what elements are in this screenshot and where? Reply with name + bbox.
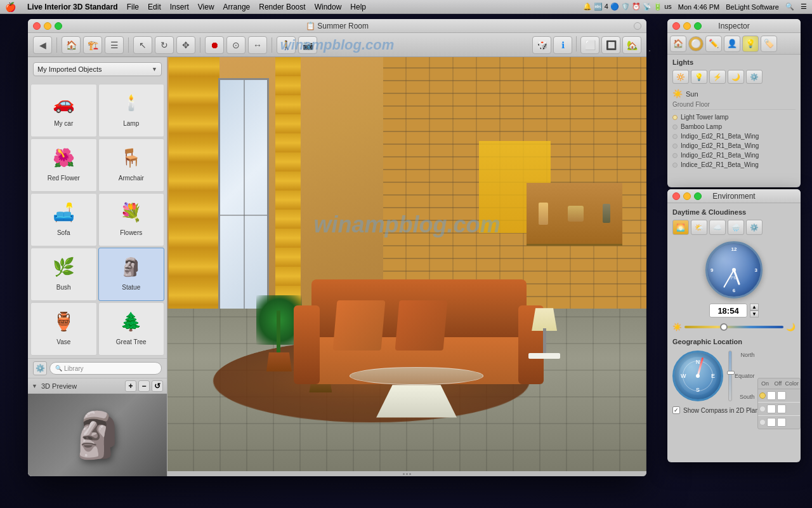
render-3d-btn[interactable]: 🎲	[532, 36, 551, 54]
menu-view[interactable]: View	[198, 3, 214, 11]
object-item-great-tree[interactable]: 🌲 Great Tree	[98, 302, 165, 356]
object-item-red-flower[interactable]: 🌺 Red Flower	[30, 138, 97, 192]
search-icon[interactable]: 🔍	[785, 3, 794, 11]
time-up-btn[interactable]: ▲	[750, 304, 759, 311]
sofa-arm-left	[294, 305, 320, 384]
light-item-5[interactable]: Indice_Ed2_R1_Beta_Wing	[672, 160, 796, 170]
gear-button[interactable]: ⚙️	[33, 361, 47, 375]
menu-window[interactable]: Window	[315, 3, 342, 11]
3d-view-btn[interactable]: 🏗️	[83, 36, 102, 54]
rotate-btn[interactable]: ↻	[155, 36, 174, 54]
apple-menu[interactable]: 🍎	[5, 2, 16, 12]
daytime-btn-sunrise[interactable]: 🌅	[672, 220, 689, 235]
app-name[interactable]: Live Interior 3D Standard	[27, 3, 118, 11]
inspector-close[interactable]	[672, 22, 680, 30]
latitude-slider[interactable]	[728, 351, 732, 401]
library-search[interactable]: 🔍 Library	[49, 362, 162, 375]
close-button[interactable]	[33, 22, 41, 30]
inspector-light-btn[interactable]: 💡	[742, 36, 759, 52]
object-item-vase[interactable]: 🏺 Vase	[30, 302, 97, 356]
inspector-minimize[interactable]	[683, 22, 691, 30]
color-swatch-2[interactable]	[777, 418, 786, 427]
menu-insert[interactable]: Insert	[170, 3, 189, 11]
inspector-edit-btn[interactable]: ✏️	[705, 36, 722, 52]
light-btn-4[interactable]: 🌙	[728, 70, 744, 84]
objects-dropdown[interactable]: My Imported Objects ▼	[33, 62, 162, 76]
daytime-btn-cloudy[interactable]: ☁️	[709, 220, 726, 235]
window-titlebar: 📋 Summer Room	[28, 19, 646, 33]
record-btn[interactable]: ⏺	[205, 36, 224, 54]
object-item-statue[interactable]: 🗿 Statue	[98, 248, 165, 301]
object-item-sofa[interactable]: 🛋️ Sofa	[30, 193, 97, 246]
scene-container: winampblog.com	[167, 57, 646, 476]
light-item-1[interactable]: Bamboo Lamp	[672, 122, 796, 131]
object-item-lamp[interactable]: 🕯️ Lamp	[98, 84, 165, 137]
env-minimize[interactable]	[683, 192, 691, 200]
color-swatch-0[interactable]	[777, 391, 786, 400]
light-item-2[interactable]: Indigo_Ed2_R1_Beta_Wing	[672, 131, 796, 141]
light-btn-2[interactable]: 💡	[691, 70, 707, 84]
menu-bar-right: 🔔 🔤 4 🔵 🛡️ ⏰ 📡 🔋 us Mon 4:46 PM BeLight …	[583, 3, 807, 11]
menu-list-icon[interactable]: ☰	[801, 3, 807, 11]
home-btn[interactable]: 🏡	[622, 36, 641, 54]
rooms-btn[interactable]: 🔲	[601, 36, 620, 54]
menu-file[interactable]: File	[127, 3, 139, 11]
light-item-4[interactable]: Indigo_Ed2_R1_Beta_Wing	[672, 150, 796, 160]
list-view-btn[interactable]: ☰	[105, 36, 124, 54]
camera-pan-btn[interactable]: ↔	[248, 36, 267, 54]
on-check-0[interactable]	[767, 391, 776, 400]
inspector-sphere-btn[interactable]: ⚪	[688, 36, 704, 51]
sun-slider[interactable]	[684, 326, 783, 328]
maximize-button[interactable]	[55, 22, 62, 30]
object-item-armchair[interactable]: 🪑 Armchair	[98, 138, 165, 192]
inspector-person-btn[interactable]: 👤	[724, 36, 740, 52]
move-btn[interactable]: ✥	[176, 36, 195, 54]
floor-plan-btn[interactable]: 🏠	[62, 36, 81, 54]
inspector-maximize[interactable]	[694, 22, 702, 30]
menu-help[interactable]: Help	[350, 3, 366, 11]
latitude-thumb[interactable]	[727, 371, 735, 375]
daytime-btn-partly-cloudy[interactable]: 🌤️	[691, 220, 707, 235]
light-btn-3[interactable]: ⚡	[709, 70, 726, 84]
env-close[interactable]	[672, 192, 680, 200]
object-item-my-car[interactable]: 🚗 My car	[30, 84, 97, 137]
refresh-button[interactable]: ↺	[152, 380, 163, 392]
color-swatch-1[interactable]	[777, 404, 786, 413]
menu-arrange[interactable]: Arrange	[223, 3, 251, 11]
back-button[interactable]: ◀	[33, 36, 52, 54]
daytime-btn-settings[interactable]: ⚙️	[746, 220, 763, 235]
info-btn[interactable]: ℹ	[553, 36, 572, 54]
light-item-3[interactable]: Indigo_Ed2_R1_Beta_Wing	[672, 141, 796, 150]
preview-header[interactable]: ▼ 3D Preview + − ↺	[28, 378, 167, 394]
daytime-btn-rainy[interactable]: 🌧️	[728, 220, 744, 235]
zoom-in-button[interactable]: +	[125, 380, 136, 392]
compass[interactable]: N S E W	[672, 351, 723, 401]
minimize-button[interactable]	[44, 22, 51, 30]
right-toolbar: 🎲 ℹ ⬜ 🔲 🏡	[532, 36, 641, 54]
select-btn[interactable]: ↖	[133, 36, 152, 54]
light-btn-5[interactable]: ⚙️	[746, 70, 763, 84]
menu-render-boost[interactable]: Render Boost	[259, 3, 305, 11]
time-down-btn[interactable]: ▼	[750, 311, 759, 318]
time-input[interactable]	[709, 304, 747, 318]
object-item-flowers[interactable]: 💐 Flowers	[98, 193, 165, 246]
env-maximize[interactable]	[694, 192, 702, 200]
menu-edit[interactable]: Edit	[148, 3, 161, 11]
slider-thumb[interactable]	[720, 323, 728, 331]
camera-orbit-btn[interactable]: ⊙	[226, 36, 246, 54]
resize-handle[interactable]	[167, 471, 646, 476]
zoom-out-button[interactable]: −	[138, 380, 150, 392]
show-compass-checkbox[interactable]: ✓	[672, 406, 680, 414]
on-check-2[interactable]	[767, 418, 776, 427]
on-check-1[interactable]	[767, 404, 776, 413]
object-item-bush[interactable]: 🌿 Bush	[30, 248, 97, 301]
light-item-0[interactable]: Light Tower lamp	[672, 112, 796, 122]
window-collapse[interactable]	[634, 22, 641, 30]
floor-view-btn[interactable]: ⬜	[580, 36, 599, 54]
photo-btn[interactable]: 📷	[298, 36, 317, 54]
inspector-tag-btn[interactable]: 🏷️	[761, 36, 777, 52]
light-btn-1[interactable]: 🔆	[672, 70, 689, 84]
walk-btn[interactable]: 🚶	[277, 36, 296, 54]
inspector-home-btn[interactable]: 🏠	[670, 36, 686, 52]
main-3d-view[interactable]: winampblog.com	[167, 57, 646, 476]
